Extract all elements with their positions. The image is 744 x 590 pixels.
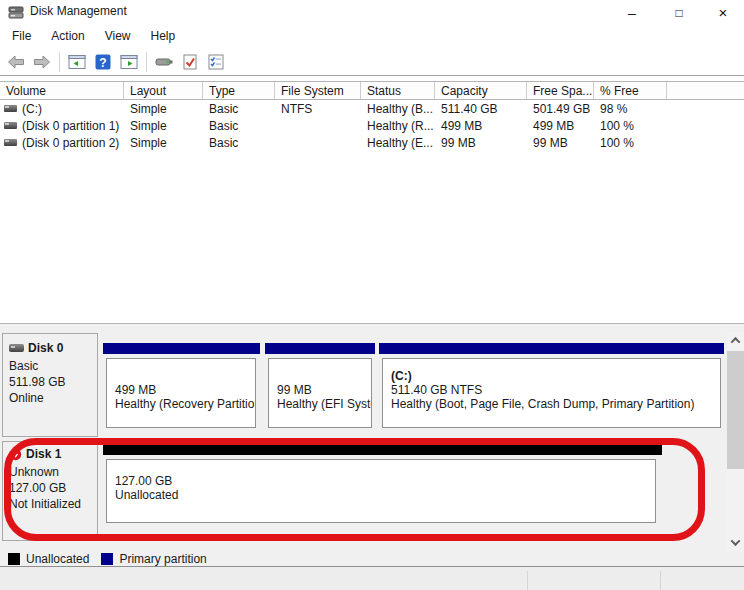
minimize-button[interactable]: – [614,0,650,25]
partition-efi[interactable]: 99 MB Healthy (EFI System Partition) [268,358,372,428]
show-console-tree-icon[interactable] [64,50,90,74]
partition-color-bar [379,343,724,354]
column-header-capacity[interactable]: Capacity [435,82,527,99]
partition-status: Unallocated [115,488,655,502]
volume-icon [4,122,17,129]
forward-icon[interactable] [29,50,55,74]
volume-percent-free: 100 % [594,119,667,133]
partition-status: Healthy (EFI System Partition) [277,397,371,411]
volume-name: (C:) [22,102,42,116]
toolbar: ? [0,48,744,75]
strip-divider [660,571,661,590]
partition-color-bar [103,343,260,354]
volume-layout: Simple [124,119,203,133]
disk-state: Not Initialized [9,496,97,512]
table-row[interactable]: (Disk 0 partition 1) Simple Basic Health… [0,117,744,134]
volume-list: Volume Layout Type File System Status Ca… [0,75,744,323]
volume-free-space: 501.49 GB [527,102,594,116]
partition-c-drive[interactable]: (C:) 511.40 GB NTFS Healthy (Boot, Page … [382,358,721,428]
legend-swatch [101,553,113,565]
show-action-pane-icon[interactable] [116,50,142,74]
check-document-icon[interactable] [177,50,203,74]
disk-icon [9,344,24,352]
column-header-volume[interactable]: Volume [0,82,124,99]
volume-free-space: 499 MB [527,119,594,133]
column-header-file-system[interactable]: File System [275,82,361,99]
volume-capacity: 99 MB [435,136,527,150]
volume-percent-free: 100 % [594,136,667,150]
disk-kind: Basic [9,358,97,374]
volume-icon [4,105,17,112]
legend-swatch [8,553,20,565]
column-header-type[interactable]: Type [203,82,275,99]
partition-color-bar [103,444,662,455]
volume-layout: Simple [124,136,203,150]
chevron-down-icon [731,536,741,546]
legend-item-unallocated: Unallocated [8,552,89,566]
partition-size: 127.00 GB [115,474,655,488]
toolbar-separator [146,52,147,72]
background-strip [0,567,744,590]
strip-divider [527,571,528,590]
window-titlebar[interactable]: Disk Management – □ × [0,0,744,25]
volume-file-system: NTFS [275,102,361,116]
column-header-status[interactable]: Status [361,82,435,99]
partition-status: Healthy (Recovery Partition) [115,397,255,411]
partition-recovery[interactable]: 499 MB Healthy (Recovery Partition) [106,358,256,428]
menu-view[interactable]: View [95,27,141,46]
volume-name: (Disk 0 partition 2) [22,136,119,150]
legend-label: Primary partition [119,552,206,566]
volume-capacity: 499 MB [435,119,527,133]
volume-percent-free: 98 % [594,102,667,116]
partition-label: (C:) [391,369,720,383]
disk-state: Online [9,390,97,406]
back-icon[interactable] [3,50,29,74]
scroll-up-button[interactable] [727,332,744,349]
close-button[interactable]: × [705,0,741,25]
checklist-icon[interactable] [203,50,229,74]
disk-device-icon[interactable] [151,50,177,74]
maximize-button[interactable]: □ [661,0,697,25]
partition-size: 499 MB [115,383,255,397]
volume-type: Basic [203,119,275,133]
menu-file[interactable]: File [2,27,41,46]
scroll-down-button[interactable] [727,534,744,551]
volume-icon [4,139,17,146]
column-header-free-space[interactable]: Free Spa... [527,82,594,99]
column-header-percent-free[interactable]: % Free [594,82,667,99]
disk-name: Disk 0 [28,340,63,356]
disk1-info-panel[interactable]: Disk 1 Unknown 127.00 GB Not Initialized [2,441,98,541]
disk-kind: Unknown [9,464,97,480]
volume-free-space: 99 MB [527,136,594,150]
partition-size: 99 MB [277,383,371,397]
window-title: Disk Management [30,4,127,18]
menu-action[interactable]: Action [41,27,94,46]
partition-size: 511.40 GB NTFS [391,383,720,397]
legend: Unallocated Primary partition [8,551,219,566]
table-row[interactable]: (Disk 0 partition 2) Simple Basic Health… [0,134,744,151]
scrollbar-thumb[interactable] [727,351,744,469]
volume-status: Healthy (E... [361,136,435,150]
menu-bar: File Action View Help [0,25,744,48]
column-header-blank[interactable] [667,82,744,99]
volume-list-header: Volume Layout Type File System Status Ca… [0,81,744,100]
volume-type: Basic [203,136,275,150]
help-icon[interactable]: ? [90,50,116,74]
menu-help[interactable]: Help [141,27,186,46]
column-header-layout[interactable]: Layout [124,82,203,99]
volume-layout: Simple [124,102,203,116]
graphical-view-pane: Disk 0 Basic 511.98 GB Online 499 MB Hea… [0,323,744,566]
partition-unallocated[interactable]: 127.00 GB Unallocated [106,459,656,523]
legend-item-primary-partition: Primary partition [101,552,206,566]
chevron-up-icon [731,337,741,347]
disk-management-window: Disk Management – □ × File Action View H… [0,0,744,590]
disk0-info-panel[interactable]: Disk 0 Basic 511.98 GB Online [2,333,98,437]
toolbar-separator [59,52,60,72]
volume-status: Healthy (B... [361,102,435,116]
volume-name: (Disk 0 partition 1) [22,119,119,133]
table-row[interactable]: (C:) Simple Basic NTFS Healthy (B... 511… [0,100,744,117]
disk-size: 511.98 GB [9,374,97,390]
volume-capacity: 511.40 GB [435,102,527,116]
vertical-scrollbar[interactable] [727,332,744,551]
disk-size: 127.00 GB [9,480,97,496]
